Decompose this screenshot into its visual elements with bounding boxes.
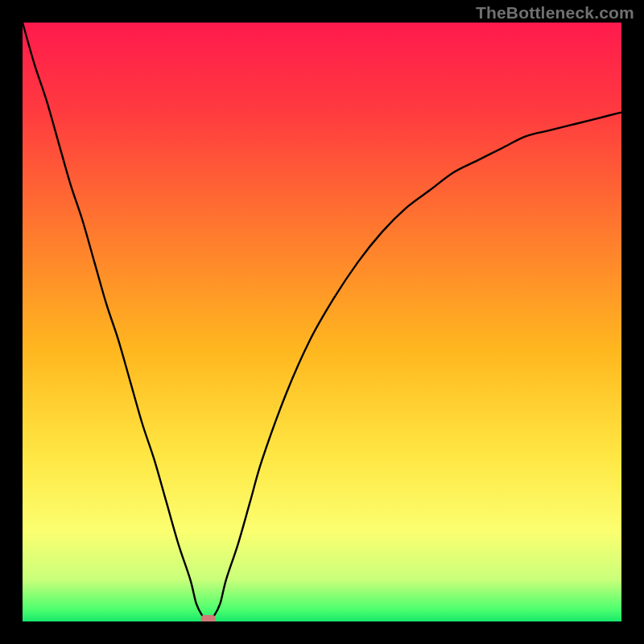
- chart-plot: [23, 23, 621, 621]
- watermark-text: TheBottleneck.com: [476, 3, 634, 23]
- chart-frame: TheBottleneck.com: [0, 0, 644, 644]
- min-marker: [201, 615, 216, 621]
